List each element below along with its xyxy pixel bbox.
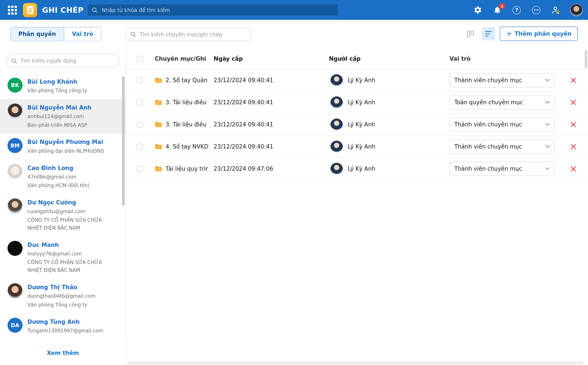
user-name[interactable]: Dương Thị Thảo [27, 283, 117, 292]
delete-button[interactable] [567, 74, 580, 87]
tab-phan-quyen[interactable]: Phân quyền [11, 27, 64, 41]
user-list-item[interactable]: Dương Thị Thảo duongthao04tb@gmail.com V… [0, 279, 126, 313]
user-name[interactable]: Bùi Long Khánh [27, 77, 117, 86]
table-header-row: Chuyên mục/Ghi ... Ngày cấp Người cấp Va… [126, 49, 588, 70]
settings-button[interactable] [472, 5, 483, 15]
folder-icon [155, 165, 162, 172]
see-more-link[interactable]: Xem thêm [47, 350, 79, 357]
horizontal-scrollbar[interactable] [128, 362, 584, 364]
folder-icon [155, 77, 162, 84]
grant-date: 23/12/2024 09:40:41 [208, 99, 321, 106]
select-all-checkbox[interactable] [137, 56, 143, 62]
delete-button[interactable] [567, 96, 580, 109]
add-permission-button[interactable]: + Thêm phân quyền [500, 27, 578, 41]
user-list-item[interactable]: Cao Đình Long 47n08e@gmail.com Văn phòng… [0, 160, 126, 194]
global-search-input[interactable] [101, 7, 334, 13]
grantor-name: Lý Kỳ Anh [348, 77, 375, 84]
card-view-button[interactable] [464, 27, 477, 41]
search-icon [11, 58, 17, 64]
delete-button[interactable] [567, 118, 580, 132]
close-icon [570, 99, 576, 105]
grantor-avatar [331, 96, 343, 109]
app-grid-icon [8, 6, 17, 14]
list-view-icon [485, 31, 492, 36]
grantor-avatar [331, 118, 343, 131]
user-avatar[interactable] [570, 4, 583, 16]
delete-button[interactable] [567, 162, 580, 176]
user-list-item[interactable]: Duc Manh molyyy76@gmail.com CÔNG TY CỔ P… [0, 236, 126, 279]
avatar [7, 198, 22, 213]
user-name[interactable]: Duc Manh [27, 241, 117, 249]
gear-icon [473, 6, 482, 14]
role-select[interactable]: Thành viên chuyên mục [449, 73, 555, 87]
more-options-button[interactable] [531, 5, 542, 15]
user-list-item-selected[interactable]: Bùi Nguyễn Mai Anh anhbui124@gmail.com B… [0, 99, 126, 134]
topbar: GHI CHÉP 1 ? [0, 0, 588, 20]
permissions-table: Chuyên mục/Ghi ... Ngày cấp Người cấp Va… [126, 49, 588, 365]
record-title[interactable]: 3. Tài liệu điều h [166, 121, 208, 128]
user-list-item[interactable]: BK Bùi Long Khánh Văn phòng Tổng công ty [0, 73, 126, 99]
app-launcher-button[interactable] [6, 4, 19, 16]
user-email: Tunganh13091997@gmail.com [27, 327, 117, 335]
row-checkbox[interactable] [137, 144, 143, 150]
list-view-button[interactable] [482, 27, 495, 41]
record-title[interactable]: 4. Sổ tay NVKD [166, 143, 208, 150]
user-list-item[interactable]: DA Dương Tùng Anh Tunganh13091997@gmail.… [0, 313, 126, 339]
chevron-down-icon [545, 145, 550, 148]
column-role: Vai trò [445, 56, 559, 62]
role-select[interactable]: Toàn quyền chuyên mục [449, 95, 555, 110]
view-tabs: Phân quyền Vai trò [10, 27, 101, 41]
notifications-button[interactable]: 1 [492, 5, 502, 15]
tab-vai-tro[interactable]: Vai trò [64, 27, 101, 41]
role-value: Thành viên chuyên mục [454, 143, 522, 150]
avatar: BM [7, 138, 22, 153]
sidebar-scrollbar[interactable] [122, 76, 125, 206]
user-name[interactable]: Cao Đình Long [27, 164, 117, 172]
grantor-avatar [331, 140, 343, 153]
close-icon [570, 166, 576, 172]
grantor-name: Lý Kỳ Anh [348, 143, 375, 150]
row-checkbox[interactable] [137, 166, 143, 172]
table-row: 3. Tài liệu điều h 23/12/2024 09:40:41 L… [126, 91, 588, 114]
user-list-item[interactable]: BM Bùi Nguyễn Phương Mai Văn phòng đại d… [0, 134, 126, 160]
chevron-down-icon [545, 79, 550, 82]
row-checkbox[interactable] [137, 99, 143, 105]
role-select[interactable]: Thành viên chuyên mục [449, 117, 555, 132]
row-checkbox[interactable] [137, 77, 143, 83]
achievement-button[interactable] [551, 5, 561, 15]
record-title[interactable]: 2. Sổ tay Quản tr [166, 77, 208, 84]
help-button[interactable]: ? [511, 5, 522, 15]
card-view-icon [467, 31, 474, 37]
question-icon: ? [513, 6, 521, 14]
grantor-name: Lý Kỳ Anh [348, 165, 375, 172]
role-value: Thành viên chuyên mục [454, 77, 522, 84]
table-row: Tài liệu quy trình 23/12/2024 09:47:06 L… [126, 158, 588, 180]
delete-button[interactable] [567, 140, 580, 154]
folder-icon [155, 143, 162, 150]
row-checkbox[interactable] [137, 122, 143, 127]
record-title[interactable]: 3. Tài liệu điều h [166, 99, 208, 106]
user-search[interactable] [6, 54, 120, 68]
grant-date: 23/12/2024 09:40:41 [208, 143, 321, 150]
role-select[interactable]: Thành viên chuyên mục [449, 162, 555, 176]
user-name[interactable]: Bùi Nguyễn Mai Anh [27, 104, 117, 112]
app-logo[interactable] [23, 3, 37, 17]
user-email: cuongphitu@gmail.com [27, 207, 117, 215]
user-list-item[interactable]: Dư Ngọc Cường cuongphitu@gmail.com CÔNG … [0, 194, 126, 236]
avatar [7, 164, 22, 179]
user-email: 47n08e@gmail.com [27, 173, 117, 181]
vertical-scrollbar[interactable] [585, 50, 587, 68]
content-search-input[interactable] [139, 31, 247, 38]
global-search[interactable] [87, 4, 339, 16]
folder-icon [155, 121, 162, 128]
close-icon [570, 77, 576, 83]
content-search[interactable] [126, 28, 252, 41]
ellipsis-icon [532, 6, 540, 14]
grantor-avatar [331, 74, 343, 86]
record-title[interactable]: Tài liệu quy trình [166, 165, 208, 172]
user-name[interactable]: Dương Tùng Anh [27, 318, 117, 326]
user-search-input[interactable] [20, 57, 115, 64]
user-name[interactable]: Dư Ngọc Cường [27, 198, 117, 207]
user-name[interactable]: Bùi Nguyễn Phương Mai [27, 138, 117, 146]
role-select[interactable]: Thành viên chuyên mục [449, 140, 555, 154]
